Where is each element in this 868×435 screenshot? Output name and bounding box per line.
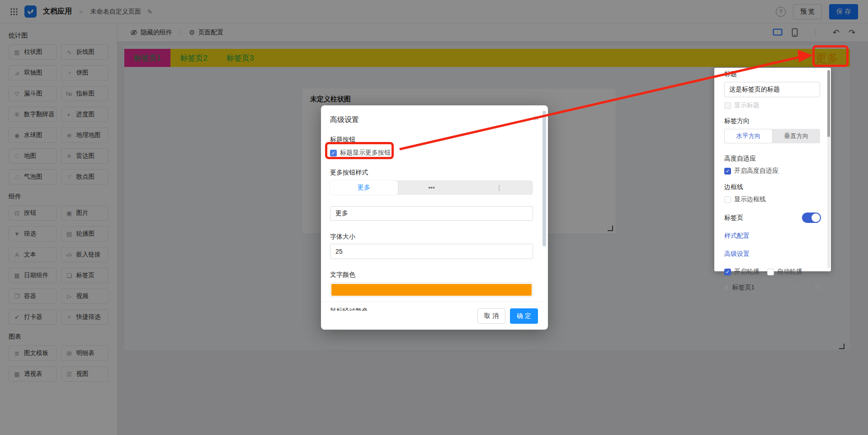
tabs-toggle[interactable] [802, 213, 821, 223]
direction-label: 标签方向 [724, 117, 821, 125]
tab-title-input[interactable] [724, 82, 820, 97]
auto-carousel-checkbox[interactable] [767, 269, 774, 275]
direction-segmented: 水平方向垂直方向 [724, 129, 820, 143]
title-label: 标题 [724, 70, 821, 78]
drag-handle-icon[interactable]: ⠿ [724, 284, 728, 291]
style-config-link[interactable]: 样式配置 [724, 232, 821, 240]
show-title-checkbox-row[interactable]: 显示标题 [724, 101, 821, 109]
tab-item-delete-icon[interactable]: ⌧ [814, 284, 821, 291]
ok-button[interactable]: 确 定 [510, 308, 538, 324]
carousel-label: 开启轮播 [734, 268, 760, 276]
show-border-checkbox[interactable] [724, 196, 731, 203]
tab-item-settings-icon[interactable]: ⚙ [794, 284, 799, 291]
font-size-input[interactable] [330, 244, 533, 259]
carousel-checkbox[interactable]: ✓ [724, 269, 731, 275]
auto-height-label: 开启高度自适应 [734, 167, 778, 175]
segment-option[interactable]: 水平方向 [725, 129, 772, 143]
show-title-label: 显示标题 [734, 101, 760, 109]
advanced-settings-link[interactable]: 高级设置 [724, 250, 821, 258]
segment-option[interactable]: ⋮ [465, 180, 533, 195]
show-more-checkbox-row[interactable]: ✓ 标题显示更多按钮 [330, 149, 533, 157]
auto-height-checkbox-row[interactable]: ✓ 开启高度自适应 [724, 167, 821, 175]
text-color-label: 文字颜色 [330, 271, 533, 279]
tab-settings-panel: 标题 显示标题 标签方向 水平方向垂直方向 高度自适应 ✓ 开启高度自适应 边框… [714, 68, 831, 271]
tab-item-name: 标签页1 [732, 284, 755, 292]
show-border-label: 显示边框线 [734, 195, 766, 203]
title-button-label: 标题按钮 [330, 136, 533, 144]
close-icon[interactable]: × [533, 113, 539, 123]
more-text-input[interactable] [330, 206, 533, 221]
more-style-segmented: 更多•••⋮ [330, 180, 533, 195]
font-size-label: 字体大小 [330, 233, 533, 241]
segment-option[interactable]: 垂直方向 [773, 129, 820, 143]
show-more-checkbox-label: 标题显示更多按钮 [340, 149, 391, 157]
tab-item-copy-icon[interactable]: ❐ [804, 284, 809, 291]
auto-height-checkbox[interactable]: ✓ [724, 168, 731, 175]
modal-footer: 取 消 确 定 [321, 302, 548, 330]
auto-carousel-label: 自动轮播 [777, 268, 802, 276]
show-border-checkbox-row[interactable]: 显示边框线 [724, 195, 821, 203]
tabs-toggle-label: 标签页 [724, 214, 743, 222]
more-style-label: 更多按钮样式 [330, 169, 533, 177]
show-more-checkbox[interactable]: ✓ [330, 150, 337, 156]
advanced-settings-modal: 高级设置 × 标题按钮 ✓ 标题显示更多按钮 更多按钮样式 更多•••⋮ 字体大… [321, 105, 548, 330]
tab-list-item[interactable]: ⠿ 标签页1 ⚙ ❐ ⌧ [724, 284, 821, 292]
panel-scrollbar-thumb[interactable] [827, 70, 830, 137]
modal-title: 高级设置 [321, 105, 548, 125]
segment-option[interactable]: 更多 [330, 180, 398, 195]
text-color-picker[interactable] [330, 283, 533, 297]
text-color-swatch [331, 284, 532, 296]
height-label: 高度自适应 [724, 155, 821, 163]
modal-scrollbar-thumb[interactable] [542, 111, 546, 246]
border-label: 边框线 [724, 183, 821, 191]
show-title-checkbox[interactable] [724, 102, 731, 109]
segment-option[interactable]: ••• [398, 180, 466, 195]
cancel-button[interactable]: 取 消 [477, 308, 505, 324]
